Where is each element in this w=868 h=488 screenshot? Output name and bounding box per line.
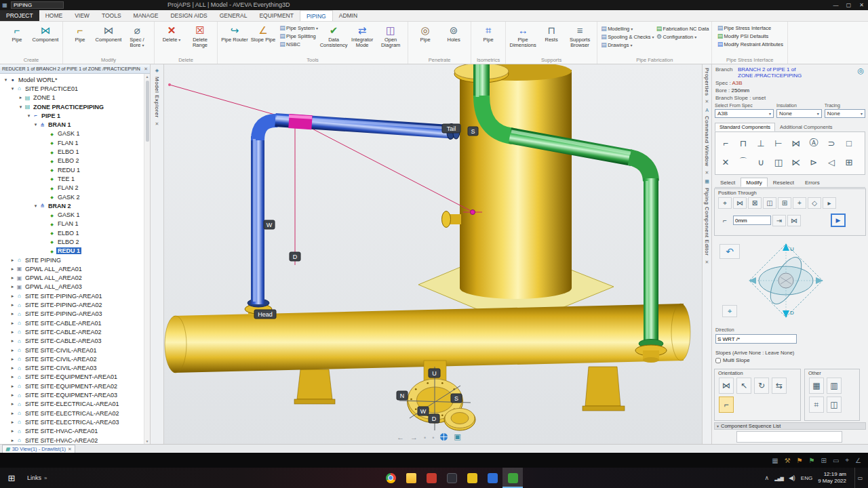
undo-button[interactable] [719, 244, 740, 259]
tree-item[interactable]: SITE SITE-CIVIL-AREA02 [0, 354, 150, 363]
tree-item[interactable]: ELBO 2 [0, 237, 150, 246]
label-head[interactable]: Head [254, 310, 276, 319]
component-tab[interactable]: Standard Components [715, 123, 775, 131]
status-icon[interactable] [855, 457, 861, 464]
compass-label-d[interactable]: D [429, 414, 439, 423]
position-tool-button[interactable]: ⊞ [778, 197, 791, 209]
supports-browser-button[interactable]: Supports Browser [566, 23, 594, 48]
tree-expander-icon[interactable] [9, 266, 16, 272]
component-icon-button[interactable]: ∪ [752, 152, 770, 171]
3d-view-tab[interactable]: 3D View(1) - Drawlist(1) [2, 445, 75, 453]
tree-scrollbar[interactable]: ▲ ▼ [144, 74, 150, 444]
create-pipe-button[interactable]: Pipe [3, 23, 31, 43]
tree-item[interactable]: REDU 1 [0, 165, 150, 174]
tree-item[interactable]: FLAN 1 [0, 138, 150, 147]
component-icon-button[interactable]: ⊢ [770, 134, 787, 152]
tree-item[interactable]: PIPE 1 [0, 111, 150, 120]
pick-direction-button[interactable] [722, 305, 737, 317]
fabrication-menu-button[interactable]: Modelling [600, 24, 654, 33]
quick-search-input[interactable] [11, 1, 64, 9]
orientation-gimbal[interactable]: U D [745, 240, 827, 321]
spec-bore-button[interactable]: Spec / Bore [123, 23, 151, 48]
globe-view-icon[interactable] [440, 433, 448, 441]
notification-icon[interactable] [854, 468, 865, 488]
tree-expander-icon[interactable] [9, 293, 16, 299]
taskbar-app-icon[interactable] [462, 468, 482, 488]
taskbar-app-icon[interactable] [441, 468, 462, 488]
taskbar-app-icon[interactable] [380, 468, 401, 488]
editor-mode-tab[interactable]: Select [715, 178, 741, 187]
tree-expander-icon[interactable] [33, 203, 39, 209]
status-icon[interactable] [845, 456, 849, 464]
tree-item[interactable]: SITE SITE-EQUIPMENT-AREA02 [0, 382, 150, 390]
tree-item[interactable]: SITE SITE-CABLE-AREA03 [0, 337, 150, 346]
tree-expander-icon[interactable] [26, 113, 32, 119]
tree-item[interactable]: FLAN 2 [0, 184, 150, 192]
position-tool-button[interactable]: ⇥ [772, 215, 786, 226]
close-button[interactable]: ✕ [855, 0, 868, 10]
integrator-mode-button[interactable]: Integrator Mode [348, 23, 376, 48]
nav-dot-icon[interactable] [432, 433, 434, 441]
tree-item[interactable]: SITE SITE-HVAC-AREA01 [0, 427, 150, 436]
close-icon[interactable] [68, 447, 72, 452]
status-icon[interactable] [809, 457, 815, 464]
position-tool-button[interactable]: + [793, 197, 806, 209]
insulation-select[interactable]: None [776, 109, 822, 118]
ribbon-tab[interactable]: VIEW [68, 10, 96, 21]
language-indicator[interactable]: ENG [801, 475, 812, 481]
tree-item[interactable]: REDU 1 [0, 247, 150, 256]
3d-scene[interactable]: Tail S W D Head [164, 64, 702, 444]
component-tab[interactable]: Additional Components [775, 123, 837, 131]
tools-option-button[interactable]: NSBC [279, 40, 318, 48]
stress-menu-button[interactable]: Modify PSI Defaults [716, 32, 783, 40]
fabrication-menu-button[interactable]: Drawings [600, 41, 654, 49]
view-cube-icon[interactable] [454, 432, 460, 441]
scroll-up-icon[interactable]: ▲ [146, 75, 149, 79]
tree-item[interactable]: ELBO 1 [0, 147, 150, 156]
other-tool-button[interactable]: ⌗ [809, 396, 824, 413]
compass-label-n[interactable]: N [397, 391, 408, 400]
tree-expander-icon[interactable] [3, 77, 9, 83]
label-node-s[interactable]: S [468, 127, 478, 136]
multi-slope-checkbox[interactable] [715, 358, 721, 363]
component-icon-button[interactable]: ◫ [770, 152, 787, 171]
ribbon-tab[interactable]: PIPING [300, 10, 333, 21]
tools-option-button[interactable]: Pipe System [279, 24, 318, 32]
ribbon-tab[interactable]: DESIGN AIDS [164, 10, 213, 21]
properties-tab[interactable]: Properties [704, 68, 710, 96]
tree-item[interactable]: GASK 1 [0, 129, 150, 138]
tree-item[interactable]: GASK 2 [0, 192, 150, 201]
close-icon[interactable] [705, 260, 709, 265]
rests-button[interactable]: Rests [537, 23, 566, 43]
fabrication-menu-button[interactable]: Configuration [656, 33, 709, 41]
scroll-down-icon[interactable]: ▼ [146, 439, 149, 443]
tree-expander-icon[interactable] [9, 311, 16, 317]
label-west[interactable]: W [264, 220, 275, 229]
component-icon-button[interactable]: ⊳ [805, 152, 823, 171]
status-icon[interactable] [785, 457, 791, 464]
editor-mode-tab[interactable]: Errors [800, 178, 825, 187]
tree-item[interactable]: SITE SITE-ELECTRICAL-AREA01 [0, 400, 150, 409]
tree-expander-icon[interactable] [9, 420, 16, 425]
isometrics-pipe-button[interactable]: Pipe [474, 23, 502, 43]
direction-input[interactable] [715, 334, 797, 344]
equipment-column[interactable] [418, 64, 614, 326]
close-icon[interactable] [705, 170, 709, 176]
data-consistency-button[interactable]: Data Consistency [319, 23, 348, 48]
tree-item[interactable]: ZONE 1 [0, 94, 150, 102]
position-tool-button[interactable]: ⋈ [733, 197, 747, 209]
3d-viewport[interactable]: Tail S W D Head [164, 64, 702, 444]
tree-item[interactable]: SITE SITE-PIPING-AREA02 [0, 300, 150, 309]
orientation-tool-button[interactable]: ↖ [736, 378, 751, 394]
taskbar-clock[interactable]: 12:19 am 9 May 2022 [818, 471, 846, 485]
pipe-dimensions-button[interactable]: Pipe Dimensions [509, 23, 537, 48]
ribbon-tab[interactable]: EQUIPMENT [253, 10, 300, 21]
tree-item[interactable]: SITE SITE-ELECTRICAL-AREA02 [0, 409, 150, 418]
close-icon[interactable] [144, 66, 148, 72]
other-tool-button[interactable]: ◫ [827, 396, 842, 413]
pin-icon[interactable]: ◈ [155, 68, 159, 73]
position-tool-button[interactable]: ◫ [763, 197, 776, 209]
ribbon-tab[interactable]: ADMIN [333, 10, 363, 21]
nav-dot-icon[interactable] [424, 433, 426, 441]
tree-expander-icon[interactable] [9, 321, 16, 326]
